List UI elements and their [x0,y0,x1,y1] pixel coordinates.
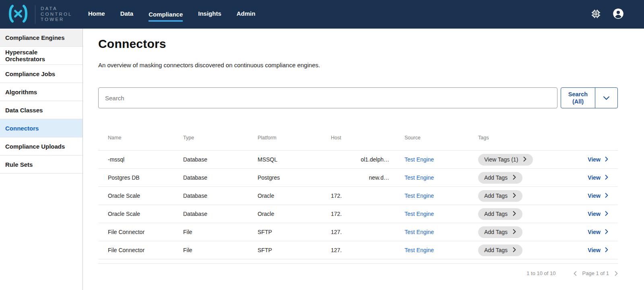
table-header-row: Name Type Platform Host Source Tags [98,125,618,151]
chevron-right-icon [513,174,516,181]
sidebar-item-algorithms[interactable]: Algorithms [0,83,83,101]
source-engine-link[interactable]: Test Engine [405,229,434,235]
cell-platform: Oracle [258,193,331,199]
table-row: -mssql Database MSSQL ol1.delph… Test En… [98,151,618,169]
source-engine-link[interactable]: Test Engine [405,247,434,253]
chevron-right-icon [523,156,526,163]
chevron-right-icon [513,211,516,217]
sidebar-item-rule-sets[interactable]: Rule Sets [0,155,83,174]
chevron-right-icon [605,211,608,217]
cell-name: Oracle Scale [108,211,183,217]
add-tags-button[interactable]: Add Tags [478,208,522,220]
view-link[interactable]: View [588,174,608,181]
cell-action: View [552,211,608,217]
column-header-name: Name [108,135,183,141]
table-row: Oracle Scale Database Oracle 172. Test E… [98,205,618,223]
nav-item-compliance[interactable]: Compliance [149,7,183,22]
view-link[interactable]: View [588,193,608,199]
connectors-table: Name Type Platform Host Source Tags -mss… [98,125,618,264]
nav-item-admin[interactable]: Admin [237,6,256,23]
page-title: Connectors [98,37,618,51]
chevron-right-icon [513,193,516,199]
tags-pill-label: Add Tags [484,229,508,235]
chevron-right-icon [513,229,516,235]
cell-source: Test Engine [405,193,478,199]
table-row: File Connector File SFTP 127. Test Engin… [98,241,618,259]
add-tags-button[interactable]: Add Tags [478,226,522,238]
integrations-chip-button[interactable] [590,8,601,21]
cell-source: Test Engine [405,229,478,235]
table-row: Oracle Scale Database Oracle 172. Test E… [98,187,618,205]
source-engine-link[interactable]: Test Engine [405,156,434,163]
cell-host: 172. [331,211,405,217]
sidebar: Compliance Engines Hyperscale Orchestrat… [0,29,83,290]
cell-tags: Add Tags [478,172,552,184]
view-link[interactable]: View [588,229,608,235]
add-tags-button[interactable]: Add Tags [478,244,522,256]
view-link[interactable]: View [588,156,608,163]
chevron-right-icon [605,193,608,199]
previous-page-button[interactable] [574,271,577,276]
column-header-host: Host [331,135,405,141]
tags-pill-label: Add Tags [484,211,508,217]
sidebar-item-connectors[interactable]: Connectors [0,119,83,137]
account-icon [613,8,624,21]
sidebar-item-compliance-engines[interactable]: Compliance Engines [0,29,83,47]
view-link-label: View [588,229,601,235]
sidebar-item-data-classes[interactable]: Data Classes [0,101,83,119]
chevron-left-icon [574,271,577,276]
view-link-label: View [588,247,601,253]
tags-pill-label: View Tags (1) [484,156,518,163]
search-options-dropdown-button[interactable] [595,88,617,108]
source-engine-link[interactable]: Test Engine [405,174,434,181]
nav-item-data[interactable]: Data [120,6,134,23]
view-tags-button[interactable]: View Tags (1) [478,154,533,166]
cell-tags: View Tags (1) [478,154,552,166]
account-button[interactable] [613,8,624,21]
main-content: Connectors An overview of masking connec… [83,29,644,290]
cell-host: ol1.delph… [331,156,405,163]
tags-pill-label: Add Tags [484,174,508,181]
search-button-label-line2: (All) [572,98,584,105]
add-tags-button[interactable]: Add Tags [478,172,522,184]
chevron-right-icon [605,229,608,235]
chip-icon [590,8,601,21]
view-link[interactable]: View [588,211,608,217]
column-header-platform: Platform [258,135,331,141]
chevron-right-icon [513,247,516,253]
source-engine-link[interactable]: Test Engine [405,193,434,199]
column-header-source: Source [405,135,478,141]
view-link-label: View [588,211,601,217]
cell-action: View [552,156,608,163]
cell-host: 172. [331,193,405,199]
cell-action: View [552,229,608,235]
column-header-type: Type [183,135,258,141]
nav-item-insights[interactable]: Insights [198,6,221,23]
cell-source: Test Engine [405,174,478,181]
primary-nav: Home Data Compliance Insights Admin [88,6,255,23]
add-tags-button[interactable]: Add Tags [478,190,522,202]
search-all-button[interactable]: Search (All) [561,88,595,108]
table-row: Postgres DB Database Postgres new.d… Tes… [98,169,618,187]
tags-pill-label: Add Tags [484,193,508,199]
cell-type: Database [183,156,258,163]
view-link[interactable]: View [588,247,608,253]
cell-platform: SFTP [258,229,331,235]
page-subtitle: An overview of masking connectors discov… [98,62,618,68]
brand-logo[interactable]: DATA CONTROL TOWER [0,4,83,25]
next-page-button[interactable] [615,271,618,276]
cell-name: Oracle Scale [108,193,183,199]
source-engine-link[interactable]: Test Engine [405,211,434,217]
sidebar-item-compliance-jobs[interactable]: Compliance Jobs [0,65,83,83]
cell-name: -mssql [108,156,183,163]
chevron-down-icon [603,95,609,101]
search-input[interactable] [98,87,557,108]
pagination-page-label: Page 1 of 1 [582,270,609,276]
nav-item-home[interactable]: Home [88,6,105,23]
chevron-right-icon [615,271,618,276]
cell-host: new.d… [331,174,405,181]
sidebar-item-hyperscale-orchestrators[interactable]: Hyperscale Orchestrators [0,47,83,65]
table-row: File Connector File SFTP 127. Test Engin… [98,223,618,241]
sidebar-item-compliance-uploads[interactable]: Compliance Uploads [0,137,83,155]
chevron-right-icon [605,247,608,253]
